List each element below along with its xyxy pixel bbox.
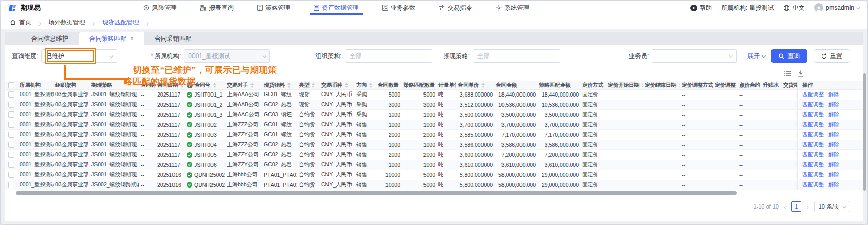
breadcrumb-item-2[interactable]: 场外数据管理	[48, 18, 85, 27]
column-header-15[interactable]: 合同单价	[456, 81, 494, 89]
row-checkbox[interactable]	[8, 91, 14, 98]
column-header-8[interactable]: 现货物料	[262, 81, 297, 89]
column-header-23[interactable]: 点价合约	[738, 81, 761, 89]
nav-item-3[interactable]: 策略管理	[257, 1, 290, 15]
row-checkbox[interactable]	[8, 132, 14, 138]
nav-item-2[interactable]: 报表查询	[200, 1, 234, 15]
row-checkbox[interactable]	[8, 142, 14, 148]
match-adjust-link[interactable]: 匹配调整	[802, 151, 824, 158]
column-header-16[interactable]: 合同金额	[494, 81, 537, 89]
nav-item-5[interactable]: 业务参数	[382, 1, 415, 15]
column-header-25[interactable]: 交货期	[782, 81, 797, 89]
column-header-2[interactable]: 组织架构	[54, 81, 90, 89]
breadcrumb-item-1[interactable]: 首页	[10, 18, 31, 27]
match-adjust-link[interactable]: 匹配调整	[802, 161, 824, 168]
match-adjust-link[interactable]: 匹配调整	[802, 101, 824, 108]
sort-icon[interactable]	[345, 83, 348, 88]
nav-item-6[interactable]: 交易指令	[439, 1, 472, 15]
sort-icon[interactable]	[481, 83, 485, 88]
column-header-5[interactable]: 合同日期	[156, 81, 185, 89]
breadcrumb-item-3[interactable]: 现货匹配管理	[102, 18, 139, 27]
tab-close-icon[interactable]: ×	[130, 35, 134, 42]
nav-item-1[interactable]: 风险管理	[143, 1, 177, 15]
row-checkbox[interactable]	[8, 122, 14, 128]
unmatch-link[interactable]: 解除	[828, 181, 839, 189]
row-actions-cell: 匹配调整解除	[797, 120, 858, 130]
nav-item-7[interactable]: 系统管理	[496, 1, 529, 15]
column-header-actions: 操作	[797, 81, 858, 89]
reset-button[interactable]: 重置	[814, 49, 850, 63]
search-button[interactable]: 查询	[771, 49, 807, 63]
column-header-14[interactable]: 计量单位	[437, 81, 456, 89]
row-checkbox[interactable]	[8, 162, 14, 168]
column-header-6[interactable]: ?合同号	[185, 81, 225, 89]
tab-2[interactable]: 合同策略匹配×	[79, 32, 144, 45]
filter-input-3[interactable]	[345, 49, 432, 63]
unmatch-link[interactable]: 解除	[828, 101, 839, 108]
match-adjust-link[interactable]: 匹配调整	[802, 111, 824, 118]
unmatch-link[interactable]: 解除	[828, 141, 839, 148]
unmatch-link[interactable]: 解除	[828, 171, 839, 178]
brand[interactable]: 期现易	[9, 3, 41, 12]
sort-icon[interactable]	[312, 83, 315, 88]
row-checkbox[interactable]	[8, 111, 14, 118]
column-header-13[interactable]: 策略匹配数量	[402, 81, 437, 89]
page-number[interactable]: 1	[791, 201, 801, 212]
match-adjust-link[interactable]: 匹配调整	[802, 171, 824, 178]
row-checkbox[interactable]	[8, 102, 14, 108]
page-size-select[interactable]: 10 条/页	[814, 201, 850, 212]
column-header-21[interactable]: 定价调整方式	[680, 81, 713, 89]
help-button[interactable]: i 帮助	[690, 4, 712, 12]
sort-icon[interactable]	[181, 83, 184, 88]
column-header-11[interactable]: 方向	[355, 81, 376, 89]
tab-3[interactable]: 合同采销匹配	[144, 32, 202, 45]
column-header-9[interactable]: 类型	[297, 81, 320, 89]
filter-select-2[interactable]: 0001_量投测试	[184, 49, 270, 63]
row-checkbox[interactable]	[8, 152, 14, 158]
prev-page-button[interactable]: ‹	[784, 203, 786, 210]
column-header-18[interactable]: 定价方式	[581, 81, 606, 89]
sort-icon[interactable]	[250, 83, 254, 88]
download-icon[interactable]	[798, 70, 804, 77]
match-adjust-link[interactable]: 匹配调整	[802, 181, 824, 189]
match-adjust-link[interactable]: 匹配调整	[802, 141, 824, 148]
column-header-19[interactable]: 定价开始日期	[606, 81, 643, 89]
sort-icon[interactable]	[369, 83, 372, 88]
column-header-24[interactable]: 升贴水	[761, 81, 782, 89]
column-header-20[interactable]: 定价结束日期	[643, 81, 680, 89]
unmatch-link[interactable]: 解除	[828, 131, 839, 138]
match-adjust-link[interactable]: 匹配调整	[802, 131, 824, 138]
column-header-4[interactable]: 合同标签	[139, 81, 156, 89]
column-header-17[interactable]: 策略匹配金额	[537, 81, 581, 89]
column-settings-icon[interactable]	[784, 70, 792, 77]
match-adjust-link[interactable]: 匹配调整	[802, 121, 824, 128]
tab-1[interactable]: 合同信息维护	[21, 32, 79, 45]
nav-item-4[interactable]: 资产数据管理	[314, 1, 359, 15]
unmatch-link[interactable]: 解除	[828, 151, 839, 158]
expand-link[interactable]: 展开	[747, 52, 765, 61]
filter-input-4[interactable]	[473, 49, 560, 63]
unmatch-link[interactable]: 解除	[828, 121, 839, 128]
filter-select-5[interactable]	[652, 49, 737, 63]
row-checkbox[interactable]	[8, 182, 14, 188]
horizontal-scrollbar[interactable]	[16, 191, 737, 195]
unmatch-link[interactable]: 解除	[828, 161, 839, 168]
vertical-scrollbar[interactable]	[863, 73, 866, 191]
match-adjust-link[interactable]: 匹配调整	[802, 91, 824, 98]
filter-select-1[interactable]: 已维护	[41, 49, 117, 63]
column-header-1[interactable]: 所属机构	[18, 81, 54, 89]
sort-icon[interactable]	[287, 83, 291, 88]
next-page-button[interactable]: ›	[806, 203, 808, 210]
user-menu[interactable]: pmsadmin	[814, 3, 859, 12]
column-header-7[interactable]: 交易对手	[225, 81, 262, 89]
sort-icon[interactable]	[213, 83, 216, 88]
column-header-12[interactable]: 合同数量	[376, 81, 402, 89]
unmatch-link[interactable]: 解除	[828, 91, 839, 98]
header-checkbox[interactable]	[8, 82, 14, 88]
column-header-3[interactable]: 期现策略	[90, 81, 139, 89]
row-checkbox[interactable]	[8, 172, 14, 178]
column-header-10[interactable]: 交易币种	[320, 81, 355, 89]
language-switch[interactable]: 中文	[783, 4, 805, 12]
column-header-22[interactable]: 定价调整	[713, 81, 738, 89]
unmatch-link[interactable]: 解除	[828, 111, 839, 118]
